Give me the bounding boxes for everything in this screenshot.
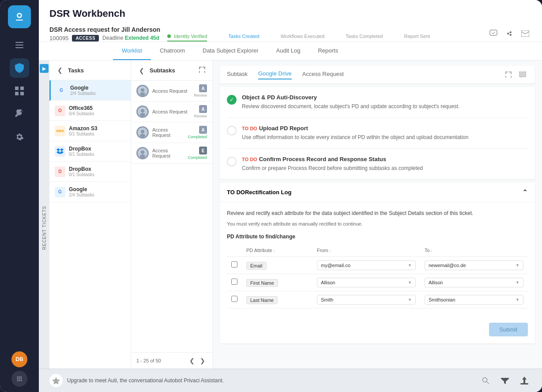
svg-point-40 [483,378,487,382]
svg-rect-8 [20,87,24,90]
progress-tab-workflows[interactable]: Workflows Executed [281,31,324,41]
subtasks-nav-prev[interactable]: ❮ [136,65,147,76]
task-item-google-1[interactable]: G Google 2/4 Subtasks [49,80,131,101]
task-item-amazon-s3[interactable]: AWS Amazon S3 0/1 Subtasks [49,121,131,141]
to-firstname-select[interactable]: Allison ▼ [425,278,523,287]
sidebar-dashboard-icon[interactable] [10,81,29,101]
to-lastname-select[interactable]: Smithsonian ▼ [425,295,523,305]
svg-rect-9 [15,92,19,95]
subtasks-panel-title: Subtasks [150,67,175,74]
submit-container: Submit [227,316,528,336]
dsr-header: DSR Access request for Jill Anderson 100… [49,26,531,41]
task-item-office365[interactable]: O Office365 0/4 Subtasks [49,101,131,121]
main-content: DSR Workbench DSR Access request for Jil… [39,0,542,392]
svg-point-34 [141,130,144,133]
upgrade-icon [49,374,63,387]
task-desc-2: Use offset information to locate every i… [242,133,468,141]
task-detail-item-3: TO DOConfirm Process Record and Response… [227,156,528,172]
task-details-section: ✓ Object & PD Auti-Discovery Review disc… [220,87,535,179]
search-bottom-icon[interactable] [478,373,493,388]
from-firstname-arrow: ▼ [408,280,412,285]
dsr-action-icon-2[interactable] [503,27,516,40]
to-firstname-arrow: ▼ [516,280,519,285]
svg-point-11 [17,377,19,378]
subtask-status-4: Completed [188,155,207,160]
recent-tickets-label: RECENT TICKETS [42,206,47,250]
subtask-item-1[interactable]: Access Request A Review [131,81,212,102]
subtask-info-4: Access Request [152,148,184,158]
subtask-tab-accessrequest[interactable]: Access Request [302,71,344,79]
svg-point-15 [19,378,20,380]
detail-header-actions [503,69,528,80]
subtask-item-3[interactable]: Access Request A Completed [131,122,212,143]
filter-bottom-icon[interactable] [498,373,512,388]
subtask-item-4[interactable]: Access Request E Completed [131,143,212,164]
pagination-next[interactable]: ❯ [198,356,207,365]
subtask-tabs: Subtask Google Drive Access Request [227,70,503,79]
subtask-status-3: Completed [188,135,207,139]
progress-dot-identity [167,34,171,38]
pd-check-firstname[interactable] [231,279,237,285]
subtask-info-1: Access Request [152,88,187,94]
pd-check-email[interactable] [231,261,237,268]
sidebar-menu-icon[interactable] [10,35,29,55]
task-logo-dropbox-2: D [55,166,65,177]
dsr-action-icon-3[interactable] [519,27,531,40]
from-lastname-arrow: ▼ [408,298,412,302]
app-logo[interactable] [8,5,31,28]
pd-attribute-table: PD Attribute↓ From↓ To↓ Email [227,244,528,309]
pd-check-lastname[interactable] [231,296,237,302]
tab-data-subject-explorer[interactable]: Data Subject Explorer [194,42,267,60]
task-item-dropbox-2[interactable]: D DropBox 0/1 Subtasks [49,162,131,182]
comment-detail-icon[interactable] [517,69,528,80]
subtasks-pagination: 1 - 25 of 50 ❮ ❯ [131,352,212,369]
task-item-dropbox-1[interactable]: DropBox 0/1 Subtasks [49,141,131,162]
tab-chatroom[interactable]: Chatroom [151,42,194,60]
tab-audit-log[interactable]: Audit Log [267,42,309,60]
task-item-google-2[interactable]: G Google 2/4 Subtasks [49,182,131,202]
sidebar-shield-icon[interactable] [10,58,29,78]
collapse-arrow[interactable]: ▶ [40,64,49,73]
detail-scroll-area: Subtask Google Drive Access Request [213,60,542,369]
task-info-google-1: Google 2/4 Subtasks [70,85,96,96]
progress-tab-identity[interactable]: Identity Verified [167,31,207,41]
tasks-nav-prev[interactable]: ❮ [55,65,65,75]
subtask-badge-letter-2: A [199,105,207,113]
from-lastname-select[interactable]: Smith ▼ [317,295,416,305]
progress-tab-completed[interactable]: Tasks Completed [346,31,383,41]
from-email-select[interactable]: my@email.co ▼ [317,260,416,270]
user-avatar[interactable]: DB [11,351,27,367]
rect-description: Review and rectify each attribute for th… [227,209,528,218]
subtask-item-2[interactable]: Access Request A Review [131,102,212,122]
sidebar-tools-icon[interactable] [10,104,29,124]
tab-worklist[interactable]: Worklist [113,42,151,60]
task-logo-amazon: AWS [55,126,65,136]
todo-badge-3: TO DO [242,157,257,162]
recent-tickets-tab[interactable]: ▶ RECENT TICKETS [39,60,49,369]
submit-button[interactable]: Submit [489,323,528,336]
rectification-collapse-btn[interactable]: ⌃ [522,188,528,196]
export-bottom-icon[interactable] [517,373,531,388]
progress-tab-tasks[interactable]: Tasks Created [228,31,259,41]
pagination-prev[interactable]: ❮ [188,356,196,365]
to-email-select[interactable]: newemail@co.de ▼ [425,260,523,270]
col-from-header: From↓ [312,244,420,257]
apps-icon[interactable] [11,371,27,387]
svg-point-16 [21,378,22,380]
pd-attr-firstname: First Name [246,279,278,287]
sidebar-settings-icon[interactable] [10,127,29,147]
from-firstname-select[interactable]: Allison ▼ [317,278,416,287]
tab-reports[interactable]: Reports [309,42,347,60]
subtask-tab-subtask[interactable]: Subtask [227,71,248,79]
subtask-tab-googledrive[interactable]: Google Drive [258,70,292,79]
col-pd-attr-header: PD Attribute↓ [242,244,312,257]
from-sort: ↓ [329,249,331,253]
pagination-buttons: ❮ ❯ [188,356,207,365]
dsr-action-icon-1[interactable] [487,27,500,40]
expand-detail-icon[interactable] [503,69,514,80]
page-title: DSR Workbench [49,8,531,19]
rect-todo-badge: TO DO [227,189,245,196]
svg-point-22 [510,31,512,33]
expand-subtasks-btn[interactable] [197,65,207,76]
progress-tab-report[interactable]: Report Sent [404,31,430,41]
